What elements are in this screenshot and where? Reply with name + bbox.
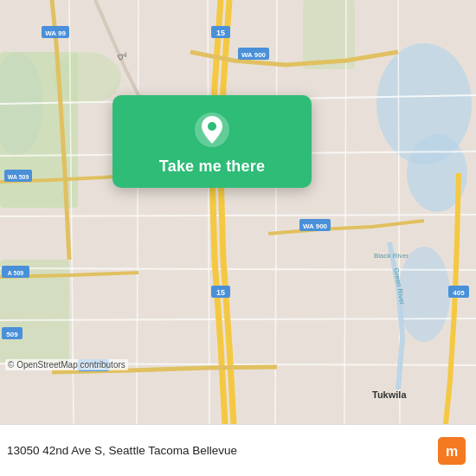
location-pin-icon <box>193 111 231 149</box>
map-attribution: © OpenStreetMap contributors <box>5 359 128 370</box>
svg-text:WA 900: WA 900 <box>303 222 328 230</box>
bottom-bar: 13050 42nd Ave S, Seattle Tacoma Bellevu… <box>0 424 476 476</box>
svg-text:15: 15 <box>216 29 225 37</box>
svg-text:A 509: A 509 <box>8 270 24 276</box>
take-me-there-button[interactable]: Take me there <box>159 158 265 176</box>
location-card: Take me there <box>113 95 312 188</box>
address-text: 13050 42nd Ave S, Seattle Tacoma Bellevu… <box>7 444 237 457</box>
svg-text:WA 509: WA 509 <box>8 174 29 180</box>
svg-text:WA 99: WA 99 <box>45 29 66 37</box>
svg-text:405: 405 <box>453 289 465 297</box>
svg-text:m: m <box>446 444 458 459</box>
svg-text:Black River: Black River <box>374 252 409 260</box>
moovit-icon: m <box>438 437 466 465</box>
svg-point-46 <box>208 122 216 131</box>
svg-text:WA 900: WA 900 <box>241 51 267 59</box>
svg-text:15: 15 <box>216 288 225 297</box>
svg-text:Tukwila: Tukwila <box>372 389 407 400</box>
svg-point-8 <box>52 52 121 104</box>
moovit-logo: m <box>438 437 466 465</box>
svg-text:509: 509 <box>6 331 18 338</box>
map-view: 15 15 WA 99 WA 509 A 509 509 WA 900 WA 9… <box>0 0 476 424</box>
svg-point-3 <box>398 247 450 342</box>
